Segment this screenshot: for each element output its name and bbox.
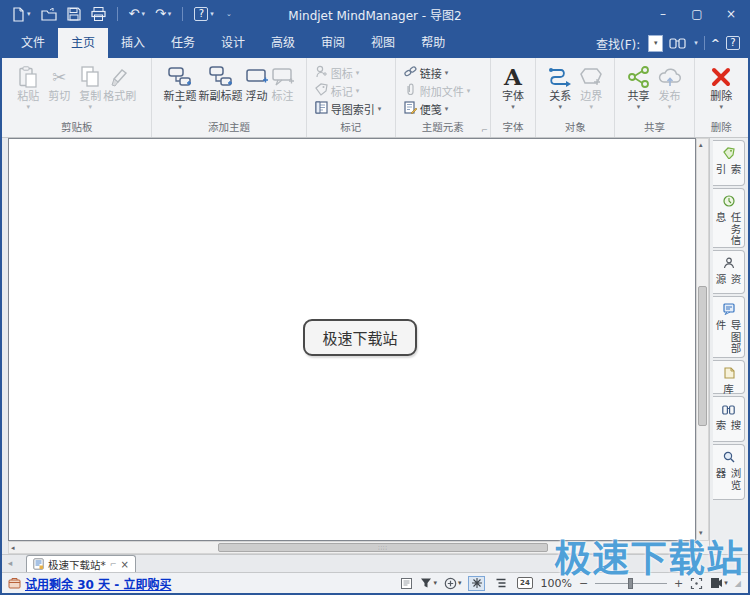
close-button[interactable]: × <box>714 0 748 28</box>
sidebar-tab-resources[interactable]: 资源 <box>713 250 745 294</box>
paste-button[interactable]: 粘贴 ▾ <box>16 62 40 113</box>
cut-button[interactable]: ✂ 剪切 <box>40 62 78 105</box>
dropdown-arrow-icon[interactable]: ▾ <box>694 39 698 47</box>
zoom-slider[interactable] <box>595 577 667 590</box>
presentation-button[interactable]: ▾ <box>710 577 728 589</box>
help-button[interactable]: ? ▾ <box>192 4 216 24</box>
zoom-in-button[interactable]: + <box>674 577 683 590</box>
tab-design[interactable]: 设计 <box>208 28 258 58</box>
format-painter-icon <box>110 64 130 90</box>
map-canvas[interactable]: 极速下载站 <box>8 138 696 541</box>
minimize-button[interactable]: – <box>646 0 680 28</box>
zoom-level: 100% <box>540 577 571 590</box>
resize-grip[interactable]: ◢ <box>735 579 742 588</box>
ribbon-help-button[interactable]: ? <box>726 36 740 50</box>
icon-markers-button[interactable]: 图标 ▾ <box>313 64 362 81</box>
share-button[interactable]: 共享 ▾ <box>626 62 652 113</box>
relationship-button[interactable]: 关系 ▾ <box>546 62 574 113</box>
fit-map-button[interactable] <box>690 577 703 590</box>
boundary-icon <box>579 64 603 90</box>
group-font: A 字体 ▾ 字体 <box>491 58 537 137</box>
sidebar-tab-search[interactable]: 搜索 <box>713 396 745 442</box>
scroll-right-icon[interactable]: ▸ <box>689 543 693 554</box>
page-preview-button[interactable] <box>400 577 413 590</box>
notes-button[interactable]: 便笺 ▾ <box>402 100 451 117</box>
doc-tab-close-icon[interactable]: × <box>120 559 128 570</box>
filter-button[interactable]: ▾ <box>420 577 437 589</box>
link-button[interactable]: 链接 ▾ <box>402 64 451 81</box>
vertical-scroll-thumb[interactable] <box>698 286 707 426</box>
browser-magnifier-icon <box>723 448 735 467</box>
new-subtopic-button[interactable]: 新副标题 <box>198 62 244 105</box>
central-topic[interactable]: 极速下载站 <box>303 319 417 356</box>
delete-button[interactable]: 删除 ▾ <box>709 62 733 113</box>
add-view-button[interactable]: ▾ <box>444 577 462 590</box>
customize-toolbar-button[interactable]: ⌄ <box>222 4 234 24</box>
undo-button[interactable]: ↶ ▾ <box>127 4 147 24</box>
copy-button[interactable]: 复制 ▾ <box>78 62 102 113</box>
dropdown-arrow-icon: ▾ <box>445 105 449 113</box>
attach-file-button[interactable]: 附加文件 ▾ <box>402 82 473 99</box>
map-index-button[interactable]: 导图索引 ▾ <box>313 100 384 117</box>
print-button[interactable] <box>89 4 108 24</box>
horizontal-scroll-thumb[interactable]: ∷∷ <box>218 543 548 552</box>
dropdown-arrow-icon: ▾ <box>559 103 563 111</box>
tab-advanced[interactable]: 高级 <box>258 28 308 58</box>
sidebar-tab-map-parts[interactable]: 导图部件 <box>713 296 745 358</box>
scroll-down-icon[interactable]: ▾ <box>699 528 703 539</box>
tab-review[interactable]: 审阅 <box>308 28 358 58</box>
open-folder-icon <box>41 8 57 21</box>
redo-icon: ↷ <box>155 5 166 23</box>
sidebar-tab-task-info[interactable]: 任务信息 <box>713 188 745 248</box>
tab-home[interactable]: 主页 <box>58 28 108 58</box>
find-input[interactable]: ▾ <box>648 35 663 52</box>
tab-insert[interactable]: 插入 <box>108 28 158 58</box>
format-painter-button[interactable]: 格式刷 <box>102 62 137 105</box>
float-window-icon[interactable]: ⌐ <box>110 560 117 569</box>
dropdown-arrow-icon: ▾ <box>88 103 92 111</box>
scroll-up-icon[interactable]: ▴ <box>699 140 703 151</box>
binoculars-icon <box>722 400 735 419</box>
horizontal-scrollbar[interactable]: ◂ ∷∷ ▸ <box>8 541 696 554</box>
boundary-button[interactable]: 边界 ▾ <box>578 62 604 113</box>
zoom-slider-thumb[interactable] <box>628 578 633 589</box>
window-controls: – ▢ × <box>646 0 748 28</box>
doc-tab-prev-icon[interactable]: ◂ <box>2 555 18 572</box>
zoom-out-button[interactable]: − <box>579 577 588 590</box>
sidebar-tab-browser[interactable]: 浏览器 <box>713 444 745 500</box>
tags-button[interactable]: 标记 ▾ <box>313 82 362 99</box>
map-view-toggle[interactable] <box>468 576 485 591</box>
dialog-launcher-icon[interactable]: ⌐ <box>481 126 488 135</box>
maximize-button[interactable]: ▢ <box>680 0 714 28</box>
vertical-scrollbar[interactable]: ▴ ▾ <box>696 138 709 541</box>
save-button[interactable] <box>65 4 83 24</box>
redo-button[interactable]: ↷ ▾ <box>153 4 173 24</box>
dropdown-arrow-icon: ▾ <box>141 10 145 18</box>
document-tab[interactable]: 极速下载站* ⌐ × <box>26 555 136 572</box>
new-document-button[interactable]: ▾ <box>10 4 33 24</box>
dropdown-arrow-icon: ▾ <box>724 579 728 587</box>
new-topic-button[interactable]: 新主题 ▾ <box>163 62 198 113</box>
scroll-left-icon[interactable]: ◂ <box>11 543 15 554</box>
tab-file[interactable]: 文件 <box>8 28 58 58</box>
open-button[interactable] <box>39 4 59 24</box>
sidebar-tab-library[interactable]: 库 <box>713 360 745 394</box>
floating-topic-button[interactable]: 浮动 <box>244 62 270 105</box>
font-button[interactable]: A 字体 ▾ <box>501 62 525 113</box>
new-subtopic-icon <box>209 64 233 90</box>
trial-buy-link[interactable]: 试用剩余 30 天 - 立即购买 <box>25 575 171 592</box>
undo-icon: ↶ <box>129 5 140 23</box>
collapse-ribbon-button[interactable]: ^ <box>711 37 720 50</box>
publish-button[interactable]: 发布 ▾ <box>656 62 684 113</box>
document-icon <box>33 555 44 574</box>
sidebar-tab-index[interactable]: 索引 <box>713 140 745 186</box>
outline-view-toggle[interactable] <box>492 576 509 591</box>
tab-help[interactable]: 帮助 <box>408 28 458 58</box>
schedule-view-toggle[interactable]: 24 <box>516 576 533 591</box>
dropdown-arrow-icon: ▾ <box>637 103 641 111</box>
new-topic-icon <box>168 64 192 90</box>
tab-task[interactable]: 任务 <box>158 28 208 58</box>
tab-view[interactable]: 视图 <box>358 28 408 58</box>
callout-button[interactable]: 标注 <box>270 62 296 105</box>
search-binoculars-icon[interactable] <box>669 34 686 53</box>
